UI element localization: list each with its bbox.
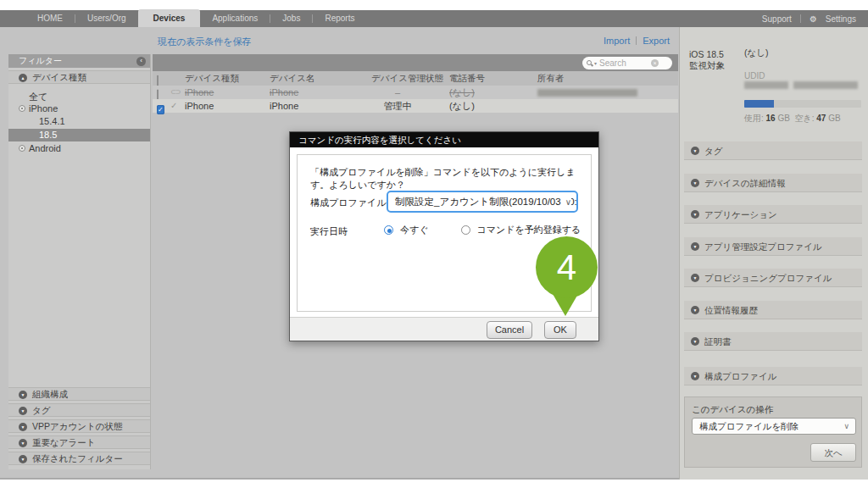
cell-device-type: iPhone [185,86,214,99]
udid-redacted [744,81,861,90]
panel-section-app-mgmt-profile[interactable]: ▼ アプリ管理設定プロファイル [684,237,862,256]
tab-applications[interactable]: Applications [200,10,270,27]
modal-footer: Cancel OK [290,317,598,341]
sidebar-section-org[interactable]: ▼ 組織構成 [8,387,150,401]
profile-field-label: 構成プロファイル ✱ [310,197,395,209]
top-nav: HOME Users/Org Devices Applications Jobs… [0,10,868,27]
storage-progress-bar [744,100,861,108]
broken-link-icon: ⊂⊃ [170,86,180,99]
filter-item-iphone[interactable]: iPhone [29,103,58,114]
column-header-device-name[interactable]: デバイス名 [270,71,314,86]
search-input[interactable] [599,58,648,68]
search-box: ▾ × [582,57,672,69]
table-toolbar: ▾ × [153,54,678,71]
next-button[interactable]: 次へ [810,443,856,462]
chevron-down-icon: ▼ [691,179,699,187]
filter-sidebar: フィルター ‹ ▲ デバイス種類 全て iPhone 15.4.1 18.5 A… [8,54,151,469]
column-header-mgmt-status[interactable]: デバイス管理状態 [371,71,443,86]
filter-item-ios-185-selected[interactable]: 18.5 [8,129,150,141]
config-profile-select[interactable]: 制限設定_アカウント制限(2019/10/03 10:45:3 ∨ [387,191,578,213]
filter-item-all[interactable]: 全て [29,91,47,103]
radio-icon [19,105,25,112]
link-separator [636,36,637,45]
filter-item-ios-1541[interactable]: 15.4.1 [39,116,65,126]
table-row[interactable]: ⊂⊃ iPhone iPhone – (なし) [153,86,678,99]
device-action-select[interactable]: 構成プロファイルを削除 ∨ [692,418,856,435]
chevron-down-icon: ▼ [19,439,27,447]
tab-jobs[interactable]: Jobs [270,10,312,27]
check-icon: ✓ [170,99,177,113]
column-header-device-type[interactable]: デバイス種類 [185,71,239,86]
annotation-step-badge: 4 [536,236,598,298]
panel-section-location-history[interactable]: ▼ 位置情報履歴 [684,301,862,319]
cell-device-name: iPhone [270,99,298,113]
search-scope-caret-icon[interactable]: ▾ [594,60,597,66]
export-link[interactable]: Export [643,36,670,46]
chevron-up-icon: ▲ [19,74,27,82]
cell-mgmt-status: 管理中 [371,99,424,113]
chevron-down-icon: ▼ [691,242,699,251]
collapse-sidebar-button[interactable]: ‹ [136,57,146,66]
gear-icon: ⚙ [810,14,817,24]
chevron-down-icon: ▼ [691,306,699,314]
tab-devices[interactable]: Devices [138,9,201,27]
chevron-down-icon: ▼ [691,274,699,282]
device-os-info: iOS 18.5 監視対象 [689,49,725,71]
sidebar-section-device-type[interactable]: ▲ デバイス種類 [8,70,150,84]
panel-section-config-profiles[interactable]: ▼ 構成プロファイル [684,367,862,385]
chevron-down-icon: ▼ [691,147,699,155]
panel-section-certificates[interactable]: ▼ 証明書 [684,332,862,351]
panel-section-tags[interactable]: ▼ タグ [684,141,862,160]
save-display-conditions-link[interactable]: 現在の表示条件を保存 [158,36,252,48]
settings-link[interactable]: Settings [826,14,856,24]
nav-utilities: Support ⚙ Settings [762,10,856,27]
app-window: HOME Users/Org Devices Applications Jobs… [0,0,868,488]
sidebar-section-vpp-account[interactable]: ▼ VPPアカウントの状態 [8,419,150,433]
cancel-button[interactable]: Cancel [487,321,532,339]
clear-search-icon[interactable]: × [651,59,659,67]
chevron-down-icon: ▼ [691,337,699,346]
column-header-phone[interactable]: 電話番号 [449,71,485,86]
row-checkbox-checked[interactable]: ✓ [157,105,164,114]
device-actions-title: このデバイスの操作 [692,404,773,416]
tab-home[interactable]: HOME [25,10,75,27]
tab-reports[interactable]: Reports [313,10,366,27]
support-link[interactable]: Support [762,14,792,24]
import-link[interactable]: Import [604,36,630,46]
table-row[interactable]: ✓ ✓ iPhone iPhone 管理中 (なし) [153,99,678,113]
panel-section-applications[interactable]: ▼ アプリケーション [684,205,862,224]
filter-item-android[interactable]: Android [29,143,61,153]
phone-value: (なし) [744,47,769,59]
storage-summary: 使用: 16 GB 空き: 47 GB [744,113,841,125]
radio-now[interactable] [384,225,393,235]
chevron-down-icon: ∨ [564,193,571,212]
cell-mgmt-status: – [371,86,424,99]
nav-tabs: HOME Users/Org Devices Applications Jobs… [25,10,366,27]
cell-owner-redacted [537,89,637,97]
panel-section-device-details[interactable]: ▼ デバイスの詳細情報 [684,174,862,192]
sidebar-section-tags[interactable]: ▼ タグ [8,403,150,417]
radio-icon [19,145,25,152]
radio-schedule-label: コマンドを予約登録する [477,224,581,236]
sidebar-section-saved-filters[interactable]: ▼ 保存されたフィルター [8,452,150,465]
os-version: iOS 18.5 [689,49,725,60]
storage-used-fill [744,100,774,108]
cell-phone: (なし) [449,99,475,113]
filter-panel-header: フィルター [8,54,150,68]
chevron-down-icon: ▼ [19,423,27,431]
column-header-owner[interactable]: 所有者 [537,71,565,86]
radio-now-label: 今すぐ [400,224,429,236]
radio-schedule[interactable] [461,225,470,235]
table-header-row: デバイス種類 デバイス名 デバイス管理状態 電話番号 所有者 [153,71,678,86]
ok-button[interactable]: OK [544,321,576,339]
tab-users-org[interactable]: Users/Org [75,10,138,27]
chevron-down-icon: ▼ [691,372,699,380]
select-all-checkbox[interactable] [157,75,159,86]
chevron-down-icon: ▼ [19,407,27,415]
device-detail-panel: iOS 18.5 監視対象 (なし) UDID 使用: 16 GB 空き: 47… [679,27,868,480]
search-icon [587,60,592,65]
sidebar-section-alerts[interactable]: ▼ 重要なアラート [8,435,150,449]
datetime-field-label: 実行日時 [310,225,348,238]
panel-section-provisioning-profile[interactable]: ▼ プロビジョニングプロファイル [684,269,862,287]
annotation-step-number: 4 [536,236,598,298]
